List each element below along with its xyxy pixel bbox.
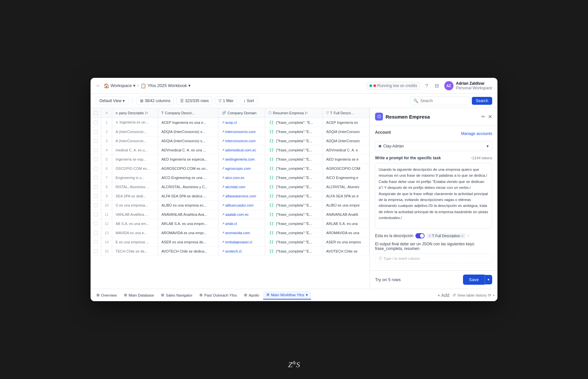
row-checkbox[interactable]: [94, 167, 98, 170]
row-checkbox[interactable]: [94, 139, 98, 143]
table-row[interactable]: 2 A (InterConsorcio... ADQIA (InterConso…: [91, 127, 369, 136]
cell-company-desc-short: A (InterConsorcio...: [112, 136, 158, 145]
toggle-switch[interactable]: [415, 233, 425, 238]
manage-accounts-link[interactable]: Manage accounts: [461, 131, 492, 136]
checkbox-header[interactable]: [91, 108, 101, 118]
tab-item-sales-navigator[interactable]: ⊞Sales Navigator: [158, 291, 196, 299]
tab-item-overview[interactable]: ⊞Overview: [93, 291, 120, 299]
domain-link[interactable]: ↗advmedical.com.ec: [222, 148, 262, 152]
row-checkbox[interactable]: [94, 121, 98, 124]
table-row[interactable]: 4 medical C. A. es u... ADVmedical C. A.…: [91, 145, 369, 155]
select-all-checkbox[interactable]: [94, 111, 98, 115]
tag-remove-button[interactable]: ✕: [461, 234, 464, 238]
search-bar[interactable]: 🔍: [410, 97, 470, 105]
prompt-textarea[interactable]: [375, 163, 492, 229]
columns-button[interactable]: ⊞ 38/42 columns: [136, 97, 174, 105]
domain-link[interactable]: ↗aromavida.com: [222, 231, 262, 235]
row-checkbox[interactable]: [94, 231, 98, 235]
add-tab-button[interactable]: + Add: [435, 291, 452, 299]
table-row[interactable]: 3 A (InterConsorcio... ADQIA (InterConso…: [91, 136, 369, 145]
cell-company-desc: AROMAVIDA es una empr...: [158, 228, 219, 237]
table-container[interactable]: # ≡ pany Descriptio ▷ T Company Desc: [91, 108, 369, 289]
row-checkbox[interactable]: [94, 148, 98, 152]
user-info[interactable]: AZ Adrian Zaldivar Personal Workspace: [444, 81, 493, 90]
domain-link[interactable]: ↗avotech.cl: [222, 249, 262, 253]
row-checkbox[interactable]: [94, 222, 98, 226]
toggle-track[interactable]: [415, 233, 425, 238]
domain-link[interactable]: ↗alibuecuador.com: [222, 203, 262, 207]
workspace-breadcrumb[interactable]: 🏠 Workspace ▾: [104, 83, 136, 88]
row-checkbox-cell: [91, 182, 101, 191]
col-full-desc-header[interactable]: ▽ T Full Descri...: [323, 108, 369, 118]
cell-company-desc-short: medical C. A. es u...: [112, 145, 158, 155]
table-row[interactable]: 6 OSCOPIO.COM es... AGROSCOPIO.COM es un…: [91, 164, 369, 173]
sort-button[interactable]: ↕ Sort: [240, 97, 258, 105]
row-checkbox[interactable]: [94, 176, 98, 180]
tab-item-apollo[interactable]: ⊞Apollo: [241, 291, 262, 299]
row-checkbox[interactable]: [94, 240, 98, 244]
save-button[interactable]: Save: [463, 275, 485, 285]
panel-title-icon: ⬡: [375, 113, 383, 121]
table-row[interactable]: 13 MAVIDA es una e... AROMAVIDA es una e…: [91, 228, 369, 237]
domain-link[interactable]: ↗alfaseaservice.com: [222, 194, 262, 198]
panel-edit-button[interactable]: ✏: [481, 114, 485, 119]
account-select-dropdown[interactable]: Clay-Adrian ▾: [375, 141, 492, 151]
tab-dropdown-icon[interactable]: ▾: [306, 293, 308, 297]
search-input[interactable]: [420, 99, 466, 103]
table-row[interactable]: 12 AB S.A. es una em... ARLAB S.A. es un…: [91, 219, 369, 228]
tab-item-main-database[interactable]: ⊞Main Database: [121, 291, 157, 299]
search-button[interactable]: Search: [472, 97, 492, 105]
domain-link[interactable]: ↗agroscopio.com: [222, 167, 262, 170]
table-row[interactable]: 7 Engineering is u... AICO Engineering e…: [91, 173, 369, 182]
tab-item-main-workflow-yfos[interactable]: ⊞Main Workflow Yfos▾: [263, 291, 311, 300]
help-icon[interactable]: ?: [424, 81, 429, 90]
col-resumen-header[interactable]: ⬡ Resumen Empresa ▷: [265, 108, 323, 118]
domain-link[interactable]: ↗aaalab.com.ec: [222, 212, 262, 216]
table-row[interactable]: 9 SEA SPA se dedi... ALFA SEA SPA se ded…: [91, 191, 369, 201]
inbox-icon[interactable]: ⊟: [433, 81, 440, 90]
tab-item-past-outreach-yfos[interactable]: ⊞Past Outreach Yfos: [196, 291, 240, 299]
row-checkbox[interactable]: [94, 185, 98, 189]
col-domain-label: Company Domain: [228, 111, 257, 115]
table-row[interactable]: 8 RISTAL, Aluminios ... ALCRISTAL, Alumi…: [91, 182, 369, 191]
col-domain-header[interactable]: 🔗 Company Domain: [218, 108, 265, 118]
table-row[interactable]: 11 VANLAB Analítica ... ANAVANLAB Analít…: [91, 210, 369, 219]
row-checkbox[interactable]: [94, 212, 98, 216]
row-checkbox[interactable]: [94, 203, 98, 207]
domain-link[interactable]: ↗embalajesaser.cl: [222, 240, 262, 244]
workspace-dropdown-icon[interactable]: ▾: [133, 83, 136, 88]
domain-link[interactable]: ↗aedingenieria.com: [222, 157, 262, 161]
view-select-button[interactable]: Default View ▾: [96, 97, 128, 105]
table-row[interactable]: 10 Ú es una empresa... ALIBÚ es una empr…: [91, 201, 369, 210]
col-company-desc-header[interactable]: T Company Descri...: [158, 108, 219, 118]
col-expand-icon[interactable]: ▷: [145, 111, 148, 115]
domain-link[interactable]: ↗arlab.cl: [222, 222, 262, 226]
external-link-icon: ↗: [222, 203, 224, 207]
panel-title-label: Resumen Empresa: [386, 114, 430, 120]
table-row[interactable]: 14 E es una empresa ... ASER es una empr…: [91, 237, 369, 247]
workbook-dropdown-icon[interactable]: ▾: [188, 83, 191, 88]
save-dropdown-button[interactable]: ▾: [485, 275, 492, 284]
table-row[interactable]: 1 ↳ Ingeniería es un... ACEP Ingeniería …: [91, 118, 369, 127]
workbook-breadcrumb[interactable]: 📋 Yfos 2025 Workbook ▾: [140, 83, 190, 88]
row-checkbox[interactable]: [94, 157, 98, 161]
col-resumen-expand-icon[interactable]: ▷: [305, 111, 308, 115]
domain-link[interactable]: ↗interconsorcio.com: [222, 130, 262, 134]
domain-link[interactable]: ↗interconsorcio.com: [222, 139, 262, 143]
col-company-desc-short-header[interactable]: ≡ pany Descriptio ▷: [112, 108, 158, 118]
panel-close-button[interactable]: ✕: [488, 114, 492, 120]
domain-link[interactable]: ↗aico.com.ec: [222, 176, 262, 180]
try-rows-button[interactable]: Try on 5 rows: [375, 277, 401, 282]
view-history-button[interactable]: ↺ View table history ⟳ +: [452, 293, 495, 298]
table-row[interactable]: 15 TECH Chile se de... AVOTECH Chile se …: [91, 247, 369, 256]
rows-button[interactable]: ☰ 323/335 rows: [177, 97, 212, 105]
domain-link[interactable]: ↗acep.cl: [222, 121, 262, 124]
filter-button[interactable]: ▽ 1 filter: [215, 97, 237, 105]
row-checkbox[interactable]: [94, 194, 98, 198]
row-checkbox[interactable]: [94, 249, 98, 253]
table-row[interactable]: 5 Ingeniería se esp... AED Ingeniería se…: [91, 155, 369, 164]
domain-link[interactable]: ↗alcristal.com: [222, 185, 262, 189]
row-checkbox[interactable]: [94, 130, 98, 134]
back-button[interactable]: ←: [96, 83, 101, 89]
cell-resumen: { }{"frase_completa":"E...: [265, 228, 323, 237]
